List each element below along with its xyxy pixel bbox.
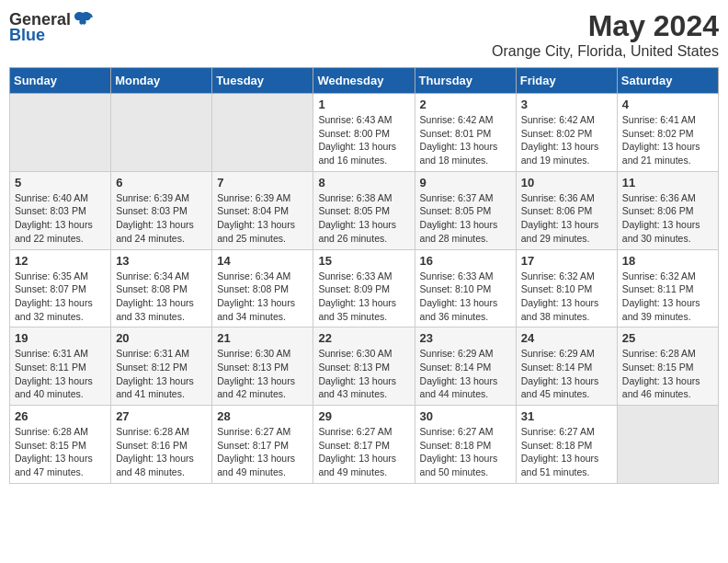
day-cell: 1 Sunrise: 6:43 AM Sunset: 8:00 PM Dayli…: [313, 94, 415, 172]
calendar-subtitle: Orange City, Florida, United States: [492, 43, 719, 60]
day-info: Sunrise: 6:27 AM Sunset: 8:18 PM Dayligh…: [521, 425, 612, 479]
day-number: 6: [116, 176, 207, 190]
day-number: 10: [521, 176, 612, 190]
day-cell: 8 Sunrise: 6:38 AM Sunset: 8:05 PM Dayli…: [313, 171, 415, 249]
day-cell: 20 Sunrise: 6:31 AM Sunset: 8:12 PM Dayl…: [111, 327, 212, 406]
day-cell: 15 Sunrise: 6:33 AM Sunset: 8:09 PM Dayl…: [313, 249, 415, 327]
logo-bird-icon: [73, 9, 93, 29]
day-info: Sunrise: 6:32 AM Sunset: 8:10 PM Dayligh…: [521, 270, 612, 324]
day-cell: 27 Sunrise: 6:28 AM Sunset: 8:16 PM Dayl…: [111, 406, 212, 484]
day-cell: 18 Sunrise: 6:32 AM Sunset: 8:11 PM Dayl…: [617, 249, 718, 327]
day-info: Sunrise: 6:27 AM Sunset: 8:18 PM Dayligh…: [420, 425, 511, 479]
day-number: 30: [420, 409, 511, 423]
header-sunday: Sunday: [10, 68, 111, 94]
day-cell: 23 Sunrise: 6:29 AM Sunset: 8:14 PM Dayl…: [415, 327, 516, 406]
day-cell: 11 Sunrise: 6:36 AM Sunset: 8:06 PM Dayl…: [617, 171, 718, 249]
day-info: Sunrise: 6:29 AM Sunset: 8:14 PM Dayligh…: [420, 347, 511, 401]
header-monday: Monday: [111, 68, 212, 94]
week-row-1: 1 Sunrise: 6:43 AM Sunset: 8:00 PM Dayli…: [10, 94, 719, 172]
day-info: Sunrise: 6:39 AM Sunset: 8:04 PM Dayligh…: [217, 191, 308, 246]
title-area: May 2024 Orange City, Florida, United St…: [492, 9, 719, 60]
day-number: 3: [521, 98, 612, 111]
day-info: Sunrise: 6:43 AM Sunset: 8:00 PM Dayligh…: [318, 113, 409, 167]
day-info: Sunrise: 6:42 AM Sunset: 8:02 PM Dayligh…: [521, 113, 612, 167]
day-cell: 9 Sunrise: 6:37 AM Sunset: 8:05 PM Dayli…: [415, 171, 516, 249]
day-info: Sunrise: 6:31 AM Sunset: 8:12 PM Dayligh…: [116, 347, 207, 401]
day-info: Sunrise: 6:28 AM Sunset: 8:15 PM Dayligh…: [622, 347, 713, 401]
week-row-3: 12 Sunrise: 6:35 AM Sunset: 8:07 PM Dayl…: [10, 249, 719, 327]
week-row-5: 26 Sunrise: 6:28 AM Sunset: 8:15 PM Dayl…: [10, 406, 719, 484]
day-cell: 13 Sunrise: 6:34 AM Sunset: 8:08 PM Dayl…: [111, 249, 212, 327]
day-info: Sunrise: 6:40 AM Sunset: 8:03 PM Dayligh…: [15, 191, 106, 246]
day-cell: 7 Sunrise: 6:39 AM Sunset: 8:04 PM Dayli…: [212, 171, 313, 249]
day-number: 15: [318, 254, 409, 268]
day-number: 25: [622, 331, 713, 345]
week-row-2: 5 Sunrise: 6:40 AM Sunset: 8:03 PM Dayli…: [10, 171, 719, 249]
day-number: 26: [15, 409, 106, 423]
day-info: Sunrise: 6:37 AM Sunset: 8:05 PM Dayligh…: [420, 191, 511, 246]
day-cell: [111, 94, 212, 172]
day-info: Sunrise: 6:34 AM Sunset: 8:08 PM Dayligh…: [217, 270, 308, 324]
day-info: Sunrise: 6:30 AM Sunset: 8:13 PM Dayligh…: [217, 347, 308, 401]
day-cell: [10, 94, 111, 172]
day-cell: 6 Sunrise: 6:39 AM Sunset: 8:03 PM Dayli…: [111, 171, 212, 249]
day-number: 31: [521, 409, 612, 423]
day-number: 13: [116, 254, 207, 268]
day-number: 19: [15, 331, 106, 345]
day-info: Sunrise: 6:27 AM Sunset: 8:17 PM Dayligh…: [318, 425, 409, 479]
calendar-title: May 2024: [492, 9, 719, 43]
header-thursday: Thursday: [415, 68, 516, 94]
day-number: 17: [521, 254, 612, 268]
day-number: 16: [420, 254, 511, 268]
day-number: 11: [622, 176, 713, 190]
day-number: 9: [420, 176, 511, 190]
day-number: 4: [622, 98, 713, 111]
day-cell: [212, 94, 313, 172]
day-cell: 29 Sunrise: 6:27 AM Sunset: 8:17 PM Dayl…: [313, 406, 415, 484]
day-number: 24: [521, 331, 612, 345]
week-row-4: 19 Sunrise: 6:31 AM Sunset: 8:11 PM Dayl…: [10, 327, 719, 406]
day-cell: 14 Sunrise: 6:34 AM Sunset: 8:08 PM Dayl…: [212, 249, 313, 327]
logo-blue-text: Blue: [9, 26, 45, 45]
day-info: Sunrise: 6:28 AM Sunset: 8:16 PM Dayligh…: [116, 425, 207, 479]
day-info: Sunrise: 6:32 AM Sunset: 8:11 PM Dayligh…: [622, 270, 713, 324]
day-cell: 16 Sunrise: 6:33 AM Sunset: 8:10 PM Dayl…: [415, 249, 516, 327]
day-cell: 17 Sunrise: 6:32 AM Sunset: 8:10 PM Dayl…: [516, 249, 617, 327]
day-number: 22: [318, 331, 409, 345]
day-number: 8: [318, 176, 409, 190]
day-cell: 21 Sunrise: 6:30 AM Sunset: 8:13 PM Dayl…: [212, 327, 313, 406]
day-info: Sunrise: 6:28 AM Sunset: 8:15 PM Dayligh…: [15, 425, 106, 479]
day-number: 27: [116, 409, 207, 423]
day-info: Sunrise: 6:41 AM Sunset: 8:02 PM Dayligh…: [622, 113, 713, 167]
day-cell: 4 Sunrise: 6:41 AM Sunset: 8:02 PM Dayli…: [617, 94, 718, 172]
day-number: 29: [318, 409, 409, 423]
day-cell: 3 Sunrise: 6:42 AM Sunset: 8:02 PM Dayli…: [516, 94, 617, 172]
day-cell: 19 Sunrise: 6:31 AM Sunset: 8:11 PM Dayl…: [10, 327, 111, 406]
day-number: 2: [420, 98, 511, 111]
day-number: 23: [420, 331, 511, 345]
day-number: 21: [217, 331, 308, 345]
day-cell: 24 Sunrise: 6:29 AM Sunset: 8:14 PM Dayl…: [516, 327, 617, 406]
header-wednesday: Wednesday: [313, 68, 415, 94]
day-cell: 30 Sunrise: 6:27 AM Sunset: 8:18 PM Dayl…: [415, 406, 516, 484]
day-number: 7: [217, 176, 308, 190]
day-info: Sunrise: 6:36 AM Sunset: 8:06 PM Dayligh…: [521, 191, 612, 246]
day-info: Sunrise: 6:39 AM Sunset: 8:03 PM Dayligh…: [116, 191, 207, 246]
day-cell: 5 Sunrise: 6:40 AM Sunset: 8:03 PM Dayli…: [10, 171, 111, 249]
day-info: Sunrise: 6:27 AM Sunset: 8:17 PM Dayligh…: [217, 425, 308, 479]
calendar-table: SundayMondayTuesdayWednesdayThursdayFrid…: [9, 67, 719, 484]
header-saturday: Saturday: [617, 68, 718, 94]
day-number: 20: [116, 331, 207, 345]
day-info: Sunrise: 6:30 AM Sunset: 8:13 PM Dayligh…: [318, 347, 409, 401]
day-cell: 31 Sunrise: 6:27 AM Sunset: 8:18 PM Dayl…: [516, 406, 617, 484]
day-info: Sunrise: 6:33 AM Sunset: 8:10 PM Dayligh…: [420, 270, 511, 324]
day-info: Sunrise: 6:35 AM Sunset: 8:07 PM Dayligh…: [15, 270, 106, 324]
day-cell: 2 Sunrise: 6:42 AM Sunset: 8:01 PM Dayli…: [415, 94, 516, 172]
day-number: 28: [217, 409, 308, 423]
day-cell: 10 Sunrise: 6:36 AM Sunset: 8:06 PM Dayl…: [516, 171, 617, 249]
day-number: 1: [318, 98, 409, 111]
day-info: Sunrise: 6:33 AM Sunset: 8:09 PM Dayligh…: [318, 270, 409, 324]
day-info: Sunrise: 6:34 AM Sunset: 8:08 PM Dayligh…: [116, 270, 207, 324]
day-number: 18: [622, 254, 713, 268]
page-container: General Blue May 2024 Orange City, Flori…: [9, 9, 719, 484]
